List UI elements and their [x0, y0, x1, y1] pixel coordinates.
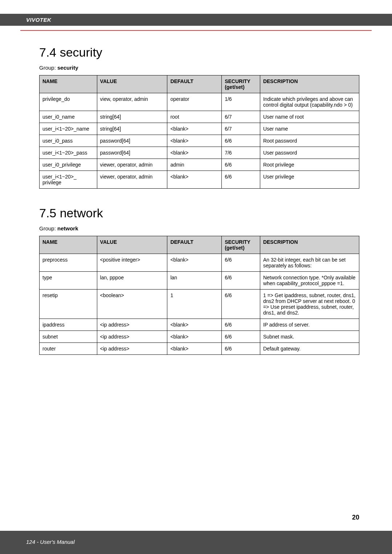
brand-bar: VIVOTEK [0, 14, 392, 26]
cell-description: Indicate which privileges and above can … [260, 93, 359, 111]
cell-default: <blank> [167, 254, 222, 272]
cell-security: 6/6 [222, 159, 260, 171]
cell-value: <positive integer> [97, 254, 167, 272]
cell-value: viewer, operator, admin [97, 159, 167, 171]
table-header-row: NAME VALUE DEFAULT SECURITY (get/set) DE… [40, 236, 359, 254]
cell-default: <blank> [167, 147, 222, 159]
cell-value: <boolean> [97, 290, 167, 319]
cell-default: lan [167, 272, 222, 290]
cell-name: router [40, 343, 97, 355]
cell-value: password[64] [97, 135, 167, 147]
cell-description: 1 => Get ipaddress, subnet, router, dns1… [260, 290, 359, 319]
table-row: user_i<1~20>_name string[64] <blank> 6/7… [40, 123, 359, 135]
cell-default: <blank> [167, 319, 222, 331]
cell-description: Default gateway. [260, 343, 359, 355]
cell-name: preprocess [40, 254, 97, 272]
cell-value: viewer, operator, admin [97, 171, 167, 189]
cell-value: string[64] [97, 123, 167, 135]
cell-default: <blank> [167, 123, 222, 135]
cell-description: IP address of server. [260, 319, 359, 331]
table-header-row: NAME VALUE DEFAULT SECURITY (get/set) DE… [40, 75, 359, 93]
cell-name: user_i0_name [40, 111, 97, 123]
cell-default: <blank> [167, 343, 222, 355]
group-label: Group: [39, 225, 56, 231]
footer-bar: 124 - User's Manual [0, 531, 392, 554]
cell-security: 6/6 [222, 319, 260, 331]
cell-value: string[64] [97, 111, 167, 123]
table-row: ipaddress <ip address> <blank> 6/6 IP ad… [40, 319, 359, 331]
col-security: SECURITY (get/set) [222, 236, 260, 254]
table-row: router <ip address> <blank> 6/6 Default … [40, 343, 359, 355]
cell-name: resetip [40, 290, 97, 319]
col-value: VALUE [97, 75, 167, 93]
brand-text: VIVOTEK [26, 17, 51, 23]
cell-security: 6/6 [222, 272, 260, 290]
cell-default: root [167, 111, 222, 123]
cell-security: 6/6 [222, 135, 260, 147]
col-value: VALUE [97, 236, 167, 254]
page-number: 20 [352, 514, 359, 521]
col-default: DEFAULT [167, 75, 222, 93]
cell-default: 1 [167, 290, 222, 319]
cell-description: User password [260, 147, 359, 159]
cell-description: User name [260, 123, 359, 135]
cell-value: lan, pppoe [97, 272, 167, 290]
table-security: NAME VALUE DEFAULT SECURITY (get/set) DE… [39, 75, 359, 189]
cell-default: <blank> [167, 331, 222, 343]
cell-security: 6/7 [222, 123, 260, 135]
cell-default: <blank> [167, 171, 222, 189]
top-margin [0, 0, 392, 14]
col-name: NAME [40, 75, 97, 93]
group-value: network [57, 225, 78, 231]
table-row: user_i0_pass password[64] <blank> 6/6 Ro… [40, 135, 359, 147]
col-security: SECURITY (get/set) [222, 75, 260, 93]
heading-network: 7.5 network [39, 206, 359, 220]
col-default: DEFAULT [167, 236, 222, 254]
cell-value: <ip address> [97, 319, 167, 331]
table-row: user_i<1~20>_ privilege viewer, operator… [40, 171, 359, 189]
table-row: type lan, pppoe lan 6/6 Network connecti… [40, 272, 359, 290]
cell-value: password[64] [97, 147, 167, 159]
cell-value: <ip address> [97, 331, 167, 343]
table-row: user_i<1~20>_pass password[64] <blank> 7… [40, 147, 359, 159]
cell-security: 6/6 [222, 290, 260, 319]
cell-security: 6/7 [222, 111, 260, 123]
cell-description: An 32-bit integer, each bit can be set s… [260, 254, 359, 272]
table-security-head: NAME VALUE DEFAULT SECURITY (get/set) DE… [40, 75, 359, 93]
cell-name: user_i<1~20>_pass [40, 147, 97, 159]
group-label: Group: [39, 65, 56, 71]
cell-description: Network connection type. *Only available… [260, 272, 359, 290]
col-description: DESCRIPTION [260, 236, 359, 254]
footer-text: 124 - User's Manual [26, 539, 75, 545]
cell-name: type [40, 272, 97, 290]
cell-description: User privilege [260, 171, 359, 189]
table-network-body: preprocess <positive integer> <blank> 6/… [40, 254, 359, 355]
group-line-network: Group: network [39, 225, 359, 231]
cell-description: User name of root [260, 111, 359, 123]
cell-name: ipaddress [40, 319, 97, 331]
cell-description: Root password [260, 135, 359, 147]
cell-security: 6/6 [222, 254, 260, 272]
cell-name: user_i0_privilege [40, 159, 97, 171]
heading-security: 7.4 security [39, 45, 359, 59]
cell-security: 7/6 [222, 147, 260, 159]
table-security-body: privilege_do view, operator, admin opera… [40, 93, 359, 189]
cell-security: 1/6 [222, 93, 260, 111]
cell-security: 6/6 [222, 171, 260, 189]
table-row: resetip <boolean> 1 6/6 1 => Get ipaddre… [40, 290, 359, 319]
col-name: NAME [40, 236, 97, 254]
cell-name: user_i<1~20>_name [40, 123, 97, 135]
cell-description: Root privilege [260, 159, 359, 171]
cell-security: 6/6 [222, 343, 260, 355]
group-value: security [57, 65, 78, 71]
table-network: NAME VALUE DEFAULT SECURITY (get/set) DE… [39, 236, 359, 355]
cell-default: admin [167, 159, 222, 171]
page-content: 7.4 security Group: security NAME VALUE … [0, 31, 392, 355]
cell-default: operator [167, 93, 222, 111]
cell-name: privilege_do [40, 93, 97, 111]
table-network-head: NAME VALUE DEFAULT SECURITY (get/set) DE… [40, 236, 359, 254]
group-line-security: Group: security [39, 65, 359, 71]
table-row: user_i0_privilege viewer, operator, admi… [40, 159, 359, 171]
table-row: subnet <ip address> <blank> 6/6 Subnet m… [40, 331, 359, 343]
cell-name: user_i<1~20>_ privilege [40, 171, 97, 189]
